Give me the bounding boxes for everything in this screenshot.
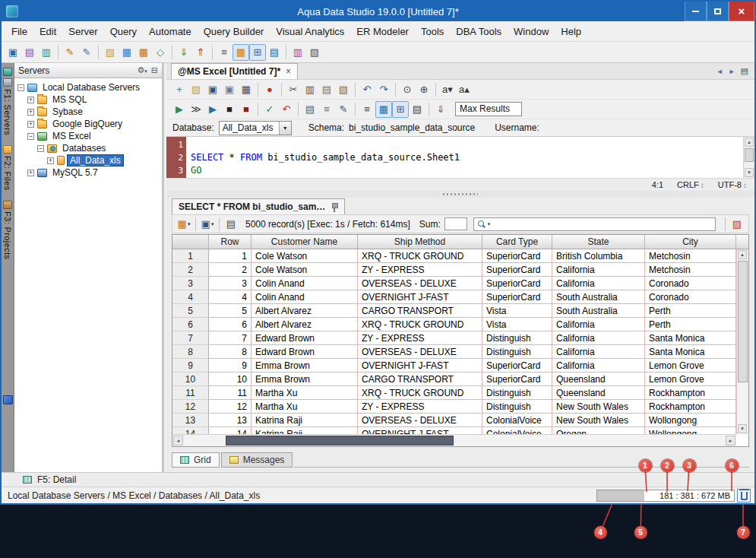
dock-tab-f1-servers[interactable]: F1: Servers: [3, 66, 12, 137]
format-sql-icon[interactable]: ≡: [318, 101, 335, 118]
tree-item-ms-sql[interactable]: +MS SQL: [14, 94, 162, 106]
new-file-icon[interactable]: +: [171, 81, 188, 98]
cell[interactable]: Martha Xu: [251, 386, 358, 400]
tab-list-icon[interactable]: ▤: [741, 66, 748, 76]
import-data-icon[interactable]: ⇓: [176, 44, 192, 61]
open-file-icon[interactable]: ▨: [102, 44, 119, 61]
cell[interactable]: Emma Brown: [251, 373, 358, 386]
cell[interactable]: 10: [209, 373, 251, 386]
search-options-icon[interactable]: ▾: [488, 221, 491, 227]
save-as-icon[interactable]: ▣: [221, 81, 238, 98]
redo-icon[interactable]: ↷: [375, 81, 392, 98]
script-window-icon[interactable]: ▧: [306, 44, 323, 61]
row-number-cell[interactable]: 12: [172, 400, 209, 414]
cell[interactable]: 13: [209, 414, 251, 427]
grid-options-icon[interactable]: ▦▾: [176, 216, 192, 233]
tab-close-icon[interactable]: ×: [286, 66, 291, 77]
pin-icon[interactable]: [331, 202, 338, 212]
cell[interactable]: Distinguish: [482, 331, 552, 345]
results-file-icon[interactable]: ▤: [409, 101, 425, 118]
cell[interactable]: Rockhampton: [645, 400, 736, 414]
find-icon[interactable]: ⊙: [399, 81, 416, 98]
menu-help[interactable]: Help: [555, 24, 587, 40]
cell[interactable]: Wollongong: [645, 414, 736, 427]
cell[interactable]: Colin Anand: [251, 290, 358, 304]
new-query-analyzer-icon[interactable]: ✎: [62, 44, 78, 61]
cell[interactable]: Distinguish: [482, 386, 552, 400]
cell[interactable]: Perth: [645, 304, 736, 318]
tab-messages[interactable]: Messages: [221, 452, 293, 468]
cell[interactable]: OVERSEAS - DELUXE: [358, 414, 482, 427]
menu-automate[interactable]: Automate: [144, 24, 197, 40]
vscroll-thumb[interactable]: [738, 261, 748, 382]
cell[interactable]: XRQ - TRUCK GROUND: [358, 386, 482, 400]
menu-window[interactable]: Window: [508, 24, 554, 40]
menu-dba-tools[interactable]: DBA Tools: [451, 24, 507, 40]
results-pivot-icon[interactable]: ⊞: [392, 101, 409, 118]
decrease-font-icon[interactable]: a▾: [439, 81, 456, 98]
record-macro-icon[interactable]: ●: [261, 81, 278, 98]
scroll-right-icon[interactable]: ►: [726, 436, 735, 445]
editor-scroll-thumb[interactable]: [745, 148, 754, 162]
paste-history-icon[interactable]: ▧: [335, 81, 352, 98]
execute-all-icon[interactable]: ≫: [188, 101, 204, 118]
er-modeler-icon[interactable]: ◇: [152, 44, 169, 61]
cell[interactable]: OVERSEAS - DELUXE: [358, 277, 482, 290]
describe-icon[interactable]: ▤: [302, 101, 318, 118]
column-header-customer-name[interactable]: Customer Name: [251, 235, 358, 249]
rollback-icon[interactable]: ↶: [278, 101, 295, 118]
cell[interactable]: California: [552, 277, 645, 290]
cell[interactable]: 6: [209, 318, 251, 331]
row-number-cell[interactable]: 6: [172, 318, 209, 331]
cell[interactable]: SuperiorCard: [482, 263, 552, 277]
copy-icon[interactable]: ▥: [302, 81, 318, 98]
result-set-tab[interactable]: SELECT * FROM bi_studio_sam…: [172, 198, 345, 214]
cell[interactable]: OVERSEAS - DELUXE: [358, 345, 482, 359]
cell[interactable]: Cole Watson: [251, 263, 358, 277]
scroll-down-icon[interactable]: ▼: [745, 168, 754, 177]
grid-corner[interactable]: [172, 235, 209, 249]
save-results-icon[interactable]: ▣▾: [199, 216, 216, 233]
cell[interactable]: 8: [209, 345, 251, 359]
cell[interactable]: Emma Brown: [251, 359, 358, 373]
collapse-icon[interactable]: −: [37, 145, 44, 152]
open-folder-icon[interactable]: ▨: [188, 81, 204, 98]
cell[interactable]: 4: [209, 290, 251, 304]
eol-indicator[interactable]: CRLF↕: [677, 180, 704, 189]
register-server-icon[interactable]: ▣: [5, 44, 21, 61]
editor-code[interactable]: SELECT * FROM bi_studio_sample_data_sour…: [186, 137, 743, 178]
cell[interactable]: South Australia: [552, 304, 645, 318]
script-results-icon[interactable]: ▤: [223, 216, 239, 233]
collapse-panel-icon[interactable]: ⊟: [151, 65, 158, 75]
max-results-field[interactable]: Max Results: [455, 102, 522, 116]
tree-item-ms-excel[interactable]: −MS Excel: [14, 130, 162, 142]
gear-icon[interactable]: ⚙▾: [137, 65, 147, 75]
row-number-cell[interactable]: 1: [172, 249, 209, 263]
cell[interactable]: OVERNIGHT J-FAST: [358, 290, 482, 304]
row-number-cell[interactable]: 4: [172, 290, 209, 304]
results-grid-icon[interactable]: ▦: [375, 101, 392, 118]
tree-item-all-data-xls[interactable]: +All_Data_xls: [14, 154, 162, 166]
row-number-cell[interactable]: 10: [172, 373, 209, 386]
close-button[interactable]: ×: [729, 2, 754, 21]
cell[interactable]: 9: [209, 359, 251, 373]
goto-line-icon[interactable]: ⊕: [416, 81, 432, 98]
menu-visual-analytics[interactable]: Visual Analytics: [270, 24, 350, 40]
cell[interactable]: ZY - EXPRESS: [358, 263, 482, 277]
combo-arrow-icon[interactable]: ▾: [279, 122, 291, 135]
cell[interactable]: Albert Alvarez: [251, 304, 358, 318]
cell[interactable]: New South Wales: [552, 414, 645, 427]
collapse-icon[interactable]: −: [27, 133, 34, 140]
dock-tab-f2-files[interactable]: F2: Files: [3, 144, 12, 192]
cell[interactable]: Albert Alvarez: [251, 318, 358, 331]
cell[interactable]: Santa Monica: [645, 331, 736, 345]
row-number-cell[interactable]: 8: [172, 345, 209, 359]
tree-item-databases[interactable]: −Databases: [14, 142, 162, 154]
paste-icon[interactable]: ▤: [318, 81, 335, 98]
cell[interactable]: SuperiorCard: [482, 290, 552, 304]
dock-tab-f3-projects[interactable]: F3: Projects: [3, 199, 12, 262]
cell[interactable]: California: [552, 263, 645, 277]
menu-edit[interactable]: Edit: [34, 24, 62, 40]
cell[interactable]: Cole Watson: [251, 249, 358, 263]
tree-item-mysql-5-7[interactable]: +MySQL 5.7: [14, 166, 162, 179]
